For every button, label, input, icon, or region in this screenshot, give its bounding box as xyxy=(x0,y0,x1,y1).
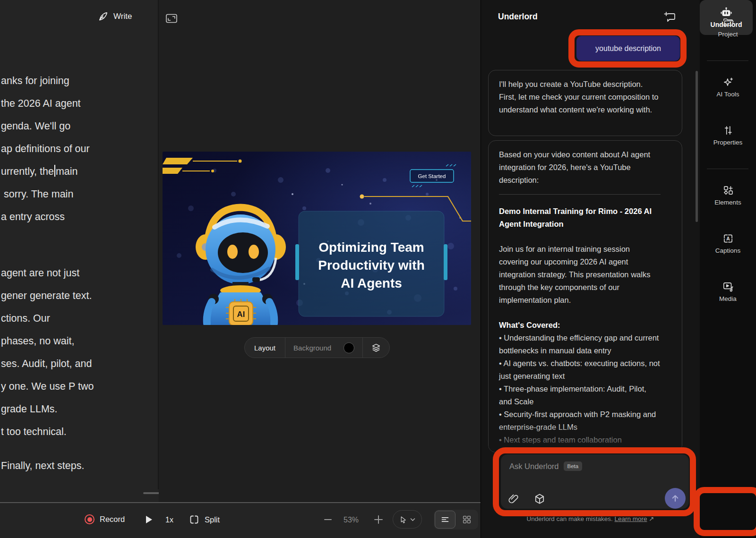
sidebar-divider xyxy=(707,60,748,61)
cube-icon xyxy=(533,493,546,506)
sidebar-divider xyxy=(707,169,748,169)
media-icon xyxy=(722,281,734,293)
view-toggle-group xyxy=(434,510,478,529)
svg-text:Get Started: Get Started xyxy=(418,173,446,179)
play-icon xyxy=(145,515,153,524)
reply-bullet: • Three-phase implementation: Audit, Pil… xyxy=(499,383,661,408)
external-link-arrow: ↗ xyxy=(649,515,654,522)
grid-view-button[interactable] xyxy=(456,511,477,529)
record-icon xyxy=(85,514,94,524)
playback-speed-button[interactable]: 1x xyxy=(165,516,173,524)
sidebar-label: Media xyxy=(719,295,737,302)
speed-label: 1x xyxy=(165,516,173,524)
split-button[interactable]: Split xyxy=(189,514,220,525)
reply-bullet: • Understanding the efficiency gap and c… xyxy=(499,332,661,357)
record-label: Record xyxy=(100,515,125,524)
reply-covered-heading: What's Covered: xyxy=(499,319,661,332)
canvas-area: Get Started Optimizing Team Productivity… xyxy=(159,0,481,502)
user-message-youtube-description[interactable]: youtube description xyxy=(576,36,680,61)
layers-button[interactable] xyxy=(362,338,389,358)
text-caret xyxy=(54,165,55,177)
sidebar-item-project[interactable]: Project xyxy=(700,16,756,38)
sidebar-item-captions[interactable]: A Captions xyxy=(700,232,756,254)
sidebar-item-ai-tools[interactable]: AI Tools xyxy=(700,76,756,98)
attach-file-button[interactable] xyxy=(507,492,520,505)
svg-text:Productivity with: Productivity with xyxy=(318,258,425,273)
sidebar-label: Elements xyxy=(714,199,741,206)
split-icon xyxy=(189,514,199,525)
reply-heading: Demo Internal Training for Rimo - 2026 A… xyxy=(499,205,661,231)
quill-icon xyxy=(97,10,109,23)
play-button[interactable] xyxy=(145,515,153,524)
write-button[interactable]: Write xyxy=(97,10,132,23)
chat-scrollbar[interactable] xyxy=(696,71,698,222)
send-arrow-icon xyxy=(670,493,681,504)
background-color-swatch[interactable] xyxy=(344,342,354,353)
disclaimer-text: Underlord can make mistakes. Learn more … xyxy=(481,515,700,522)
shapes-plus-icon xyxy=(722,184,734,196)
send-button[interactable] xyxy=(665,488,686,509)
fit-canvas-icon[interactable] xyxy=(165,12,178,25)
slide-toolbar: Layout Background xyxy=(244,337,390,358)
layout-label: Layout xyxy=(254,344,275,352)
background-button[interactable]: Background xyxy=(285,338,362,358)
video-preview[interactable]: Get Started Optimizing Team Productivity… xyxy=(163,152,471,325)
sidebar-item-media[interactable]: Media xyxy=(700,281,756,302)
write-label: Write xyxy=(113,12,132,21)
reply-bullet: • Security-first approach with P2 maskin… xyxy=(499,408,661,434)
pointer-tool-dropdown[interactable] xyxy=(393,510,422,529)
reply-divider xyxy=(499,194,661,195)
sidebar-label: Project xyxy=(718,31,738,38)
reply-intro: Based on your video content about AI age… xyxy=(499,148,661,187)
background-label: Background xyxy=(293,344,331,352)
tools-cube-button[interactable] xyxy=(533,493,546,506)
assistant-message: I'll help you create a YouTube descripti… xyxy=(488,70,682,136)
script-panel: Write anks for joining the 2026 AI agent… xyxy=(0,0,158,538)
folder-icon xyxy=(722,16,734,28)
svg-text:Optimizing Team: Optimizing Team xyxy=(318,240,424,255)
svg-text:A: A xyxy=(726,236,730,241)
chevron-down-icon xyxy=(410,518,415,521)
paperclip-icon xyxy=(507,492,520,505)
slide-title-panel: Optimizing Team Productivity with AI Age… xyxy=(295,211,447,316)
input-placeholder: Ask Underlord Beta xyxy=(509,461,582,471)
zoom-out-button[interactable] xyxy=(323,515,333,524)
reply-bullet: • Next steps and team collaboration xyxy=(499,434,661,446)
zoom-level[interactable]: 53% xyxy=(336,516,366,524)
panel-title: Underlord xyxy=(498,12,538,22)
script-view-button[interactable] xyxy=(435,511,455,529)
ask-underlord-input[interactable]: Ask Underlord Beta xyxy=(501,454,689,509)
underlord-panel: Underlord youtube description I'll help … xyxy=(481,0,700,538)
app-window: Write anks for joining the 2026 AI agent… xyxy=(0,0,756,538)
beta-badge: Beta xyxy=(564,461,583,471)
sliders-icon xyxy=(722,124,734,137)
sidebar-item-elements[interactable]: Elements xyxy=(700,184,756,206)
sidebar-label: Properties xyxy=(713,139,743,146)
split-label: Split xyxy=(205,515,220,524)
sidebar-label: AI Tools xyxy=(717,91,739,98)
reply-bullet: • AI agents vs. chatbots: executing acti… xyxy=(499,357,661,383)
record-button[interactable]: Record xyxy=(85,514,125,524)
learn-more-link[interactable]: Learn more xyxy=(614,515,647,522)
layers-icon xyxy=(371,342,381,353)
zoom-in-button[interactable] xyxy=(373,514,384,525)
sidebar-label: Captions xyxy=(715,247,740,254)
reply-body: Join us for an internal training session… xyxy=(499,243,661,307)
svg-text:AI: AI xyxy=(237,310,245,319)
sparkle-plus-icon xyxy=(722,76,734,88)
svg-text:AI Agents: AI Agents xyxy=(341,276,402,290)
captions-icon: A xyxy=(722,232,734,245)
right-sidebar: Project AI Tools Properties xyxy=(700,0,756,538)
cursor-icon xyxy=(399,515,407,524)
layout-button[interactable]: Layout xyxy=(245,338,285,358)
assistant-message: Based on your video content about AI age… xyxy=(488,140,682,453)
sidebar-item-properties[interactable]: Properties xyxy=(700,124,756,146)
new-chat-icon[interactable] xyxy=(663,10,677,25)
